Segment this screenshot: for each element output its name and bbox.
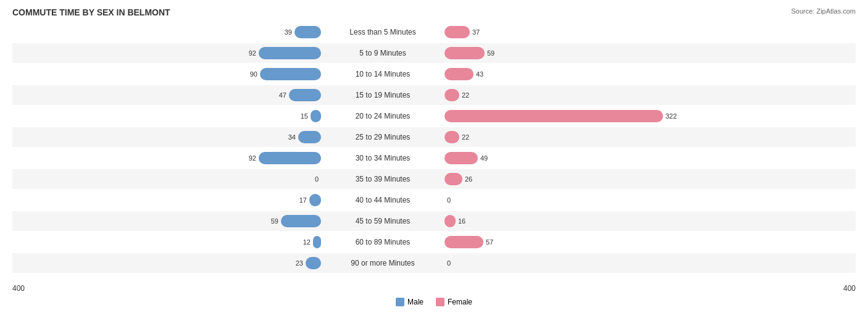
row-label: 5 to 9 Minutes xyxy=(321,49,444,57)
row-inner: 92 30 to 34 Minutes 49 xyxy=(12,148,856,168)
table-row: 17 40 to 44 Minutes 0 xyxy=(12,190,856,210)
table-row: 92 5 to 9 Minutes 59 xyxy=(12,43,856,63)
female-bar xyxy=(444,89,459,101)
row-inner: 90 10 to 14 Minutes 43 xyxy=(12,64,856,84)
female-bar xyxy=(444,152,478,164)
row-inner: 34 25 to 29 Minutes 22 xyxy=(12,127,856,147)
row-label: 40 to 44 Minutes xyxy=(321,196,444,204)
left-section: 0 xyxy=(12,169,321,189)
bars-area: 39 Less than 5 Minutes 37 92 5 to 9 Minu… xyxy=(12,22,856,282)
legend-female: Female xyxy=(436,298,472,306)
row-label: 90 or more Minutes xyxy=(321,259,444,267)
female-value: 57 xyxy=(486,238,501,246)
female-bar xyxy=(444,215,456,227)
female-value: 322 xyxy=(666,112,680,120)
female-value: 22 xyxy=(462,91,477,99)
female-bar xyxy=(444,26,470,38)
male-value: 92 xyxy=(241,154,256,162)
male-bar xyxy=(260,68,321,80)
row-label: 10 to 14 Minutes xyxy=(321,70,444,78)
legend-male: Male xyxy=(396,298,424,306)
left-section: 92 xyxy=(12,148,321,168)
row-inner: 39 Less than 5 Minutes 37 xyxy=(12,22,856,42)
row-label: Less than 5 Minutes xyxy=(321,28,444,36)
axis-left: 400 xyxy=(12,284,25,293)
table-row: 59 45 to 59 Minutes 16 xyxy=(12,211,856,231)
male-value: 59 xyxy=(264,217,278,225)
right-section: 57 xyxy=(444,232,753,252)
right-section: 49 xyxy=(444,148,753,168)
source-label: Source: ZipAtlas.com xyxy=(791,7,856,15)
row-inner: 15 20 to 24 Minutes 322 xyxy=(12,106,856,126)
male-value: 23 xyxy=(288,259,303,267)
chart-title: COMMUTE TIME BY SEX IN BELMONT xyxy=(12,7,856,17)
female-value: 49 xyxy=(480,154,495,162)
row-label: 20 to 24 Minutes xyxy=(321,112,444,120)
right-section: 22 xyxy=(444,127,753,147)
table-row: 47 15 to 19 Minutes 22 xyxy=(12,85,856,105)
table-row: 15 20 to 24 Minutes 322 xyxy=(12,106,856,126)
male-bar xyxy=(311,110,321,122)
male-value: 15 xyxy=(293,112,308,120)
legend-female-box xyxy=(436,298,444,306)
right-section: 322 xyxy=(444,106,753,126)
female-value: 37 xyxy=(472,28,487,36)
row-inner: 92 5 to 9 Minutes 59 xyxy=(12,43,856,63)
axis-labels: 400 400 xyxy=(12,282,856,295)
table-row: 0 35 to 39 Minutes 26 xyxy=(12,169,856,189)
chart-container: COMMUTE TIME BY SEX IN BELMONT Source: Z… xyxy=(0,0,868,323)
row-inner: 0 35 to 39 Minutes 26 xyxy=(12,169,856,189)
table-row: 12 60 to 89 Minutes 57 xyxy=(12,232,856,252)
male-bar xyxy=(259,47,321,59)
left-section: 12 xyxy=(12,232,321,252)
female-value: 16 xyxy=(458,217,473,225)
left-section: 59 xyxy=(12,211,321,231)
legend-male-label: Male xyxy=(407,298,424,306)
row-label: 45 to 59 Minutes xyxy=(321,217,444,225)
table-row: 92 30 to 34 Minutes 49 xyxy=(12,148,856,168)
right-section: 59 xyxy=(444,43,753,63)
legend: Male Female xyxy=(12,298,856,306)
female-value: 0 xyxy=(447,196,462,204)
left-section: 92 xyxy=(12,43,321,63)
left-section: 47 xyxy=(12,85,321,105)
row-inner: 23 90 or more Minutes 0 xyxy=(12,253,856,273)
right-section: 43 xyxy=(444,64,753,84)
female-bar xyxy=(444,68,474,80)
male-value: 47 xyxy=(272,91,286,99)
table-row: 90 10 to 14 Minutes 43 xyxy=(12,64,856,84)
right-section: 0 xyxy=(444,253,753,273)
row-label: 15 to 19 Minutes xyxy=(321,91,444,99)
male-value: 34 xyxy=(281,133,296,141)
left-section: 15 xyxy=(12,106,321,126)
axis-right: 400 xyxy=(843,284,856,293)
female-value: 22 xyxy=(462,133,477,141)
male-bar xyxy=(294,26,321,38)
female-bar xyxy=(444,236,483,248)
right-section: 26 xyxy=(444,169,753,189)
right-section: 37 xyxy=(444,22,753,42)
female-bar xyxy=(444,173,462,185)
female-value: 59 xyxy=(487,49,502,57)
table-row: 39 Less than 5 Minutes 37 xyxy=(12,22,856,42)
male-value: 92 xyxy=(241,49,256,57)
right-section: 16 xyxy=(444,211,753,231)
table-row: 23 90 or more Minutes 0 xyxy=(12,253,856,273)
female-value: 0 xyxy=(447,259,462,267)
female-value: 43 xyxy=(476,70,491,78)
female-bar xyxy=(444,47,485,59)
right-section: 0 xyxy=(444,190,753,210)
male-value: 12 xyxy=(296,238,311,246)
female-value: 26 xyxy=(465,175,480,183)
legend-male-box xyxy=(396,298,404,306)
male-value: 17 xyxy=(292,196,307,204)
row-inner: 17 40 to 44 Minutes 0 xyxy=(12,190,856,210)
legend-female-label: Female xyxy=(448,298,472,306)
row-inner: 12 60 to 89 Minutes 57 xyxy=(12,232,856,252)
male-bar xyxy=(306,257,321,269)
table-row: 34 25 to 29 Minutes 22 xyxy=(12,127,856,147)
female-bar xyxy=(444,131,459,143)
male-bar xyxy=(313,236,321,248)
male-bar xyxy=(281,215,321,227)
male-value: 39 xyxy=(277,28,292,36)
